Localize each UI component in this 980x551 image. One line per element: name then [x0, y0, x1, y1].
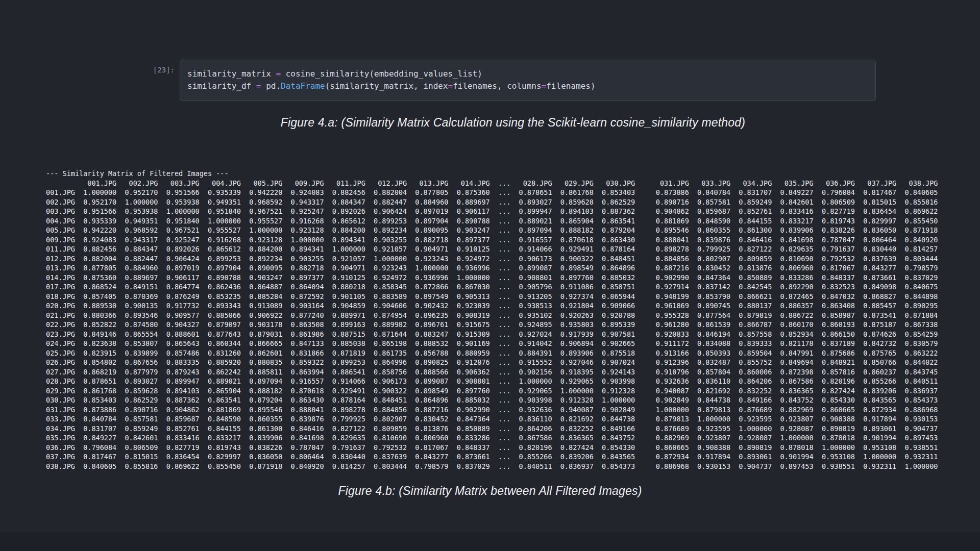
- matrix-row: 031.JPG 0.873886 0.890716 0.904862 0.881…: [46, 405, 938, 415]
- matrix-row: 026.JPG 0.854802 0.867656 0.883335 0.885…: [46, 358, 938, 367]
- matrix-row: 027.JPG 0.868219 0.877979 0.879243 0.862…: [46, 367, 938, 377]
- matrix-row: 029.JPG 0.861768 0.859628 0.894103 0.865…: [46, 386, 938, 396]
- bottom-edge: [0, 533, 980, 551]
- matrix-row: 036.JPG 0.796084 0.806509 0.827719 0.819…: [46, 443, 938, 453]
- code-token-plain: similarity_df: [187, 81, 256, 91]
- code-token-plain: (similarity_matrix, index: [325, 81, 448, 91]
- matrix-row: 001.JPG 1.000000 0.952170 0.951566 0.935…: [46, 188, 938, 197]
- code-line[interactable]: similarity_matrix = cosine_similarity(em…: [187, 68, 875, 80]
- figure-4b-caption: Figure 4.b: (Similarity Matrix between A…: [0, 484, 980, 498]
- similarity-matrix-output: --- Similarity Matrix of Filtered Images…: [46, 169, 938, 471]
- matrix-row: 033.JPG 0.840784 0.857581 0.859687 0.848…: [46, 414, 938, 424]
- matrix-row: 028.JPG 0.878651 0.893027 0.899947 0.889…: [46, 377, 938, 386]
- code-token-plain: similarity_matrix: [187, 69, 276, 79]
- matrix-row: 022.JPG 0.852822 0.874580 0.904327 0.879…: [46, 320, 938, 330]
- matrix-row: 021.JPG 0.880366 0.893546 0.909577 0.885…: [46, 311, 938, 320]
- matrix-row: 020.JPG 0.889530 0.900135 0.917732 0.893…: [46, 301, 938, 311]
- code-token-operator: =: [448, 81, 453, 91]
- matrix-row: 030.JPG 0.853403 0.862529 0.887362 0.863…: [46, 395, 938, 405]
- code-token-operator: =: [276, 69, 281, 79]
- matrix-row: 003.JPG 0.951566 0.953938 1.000000 0.951…: [46, 207, 938, 216]
- matrix-row: 002.JPG 0.952170 1.000000 0.953938 0.949…: [46, 197, 938, 207]
- matrix-row: 023.JPG 0.849146 0.865554 0.888601 0.877…: [46, 330, 938, 339]
- matrix-row: 034.JPG 0.831707 0.859249 0.852761 0.844…: [46, 424, 938, 434]
- matrix-row: 011.JPG 0.882456 0.884347 0.892026 0.865…: [46, 244, 938, 254]
- code-token-plain: cosine_similarity(embedding_values_list): [281, 69, 482, 79]
- matrix-title: --- Similarity Matrix of Filtered Images…: [46, 169, 938, 179]
- matrix-row: 013.JPG 0.877805 0.884960 0.897019 0.897…: [46, 263, 938, 273]
- execution-count-label: [23]:: [107, 66, 175, 74]
- matrix-row: 024.JPG 0.823638 0.853807 0.865643 0.860…: [46, 339, 938, 348]
- code-token-plain: pd.: [261, 81, 281, 91]
- matrix-row: 035.JPG 0.849227 0.842601 0.833416 0.833…: [46, 433, 938, 443]
- matrix-row: 037.JPG 0.817467 0.815015 0.836454 0.829…: [46, 452, 938, 462]
- matrix-header-row: 001.JPG 002.JPG 003.JPG 004.JPG 005.JPG …: [46, 179, 938, 188]
- code-editor[interactable]: similarity_matrix = cosine_similarity(em…: [187, 68, 875, 92]
- matrix-row: 005.JPG 0.942220 0.968592 0.967521 0.955…: [46, 226, 938, 235]
- code-line[interactable]: similarity_df = pd.DataFrame(similarity_…: [187, 80, 875, 92]
- matrix-row: 004.JPG 0.935339 0.949351 0.951840 1.000…: [46, 216, 938, 226]
- matrix-row: 018.JPG 0.857405 0.870369 0.876249 0.853…: [46, 292, 938, 302]
- matrix-row: 038.JPG 0.840605 0.855816 0.869622 0.855…: [46, 462, 938, 471]
- matrix-row: 012.JPG 0.882004 0.882447 0.906424 0.899…: [46, 254, 938, 264]
- figure-4a-caption: Figure 4.a: (Similarity Matrix Calculati…: [23, 116, 980, 130]
- code-token-operator: =: [256, 81, 261, 91]
- code-token-builtin: DataFrame: [281, 81, 325, 91]
- code-token-operator: =: [542, 81, 547, 91]
- matrix-row: 025.JPG 0.823915 0.839899 0.857486 0.831…: [46, 348, 938, 358]
- matrix-row: 009.JPG 0.924083 0.943317 0.925247 0.916…: [46, 235, 938, 245]
- code-token-plain: filenames): [546, 81, 595, 91]
- code-token-plain: filenames, columns: [453, 81, 541, 91]
- matrix-row: 017.JPG 0.868524 0.849151 0.864774 0.862…: [46, 282, 938, 292]
- matrix-row: 014.JPG 0.875360 0.889697 0.906117 0.890…: [46, 273, 938, 283]
- code-cell[interactable]: similarity_matrix = cosine_similarity(em…: [180, 60, 876, 101]
